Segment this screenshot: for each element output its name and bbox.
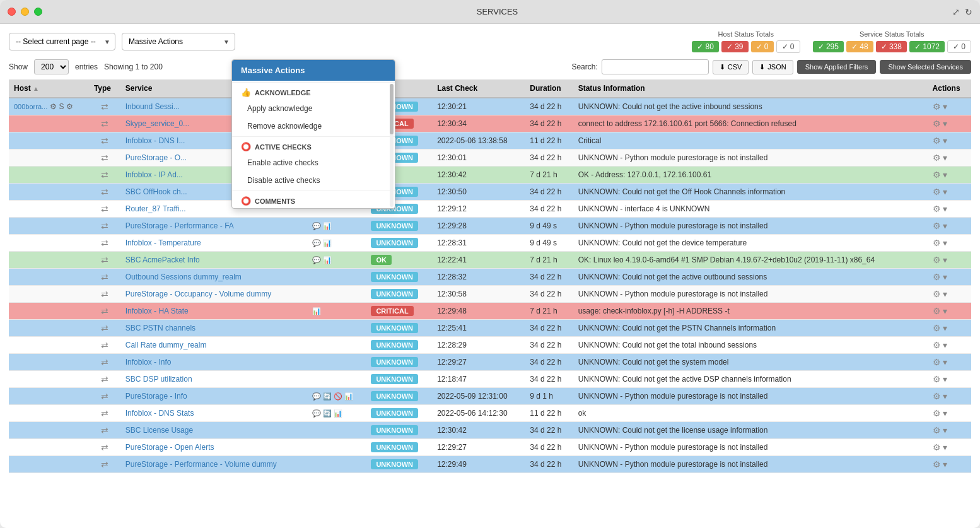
dropdown-scroll-area[interactable]: 👍 ACKNOWLEDGE Apply acknowledge Remove a…: [232, 81, 395, 208]
entries-select[interactable]: 200 50 100 500: [34, 59, 69, 74]
service-link[interactable]: PureStorage - Open Alerts: [125, 443, 214, 452]
massive-actions-arrow-icon: ▼: [223, 38, 230, 45]
service-link[interactable]: PureStorage - Performance - Volume dummy: [125, 460, 277, 469]
type-icon: ⇄: [101, 102, 108, 112]
minimize-button[interactable]: [21, 8, 29, 16]
service-badge-red[interactable]: ✓ 338: [876, 41, 907, 52]
service-cell: Call Rate dummy_realm: [120, 337, 307, 354]
type-icon: ⇄: [101, 136, 108, 146]
host-link[interactable]: 000borra...: [14, 103, 47, 110]
dropdown-item-remove-acknowledge[interactable]: Remove acknowledge: [232, 117, 395, 135]
actions-icon[interactable]: ⚙ ▾: [933, 340, 948, 350]
actions-icon[interactable]: ⚙ ▾: [933, 102, 948, 112]
actions-icon[interactable]: ⚙ ▾: [933, 119, 948, 129]
service-link[interactable]: Infoblox - DNS I...: [125, 136, 185, 145]
service-link[interactable]: Infoblox - HA State: [125, 307, 189, 315]
close-button[interactable]: [8, 8, 16, 16]
service-link[interactable]: Outbound Sessions dummy_realm: [125, 273, 242, 281]
dropdown-item-disable-checks[interactable]: Disable active checks: [232, 172, 395, 189]
search-input[interactable]: [602, 59, 709, 74]
actions-cell: ⚙ ▾: [928, 167, 971, 184]
actions-icon[interactable]: ⚙ ▾: [933, 255, 948, 265]
service-link[interactable]: PureStorage - Occupancy - Volume dummy: [125, 290, 271, 298]
host-cell: [9, 439, 89, 456]
actions-cell: ⚙ ▾: [928, 184, 971, 201]
service-link[interactable]: SBC DSP utilization: [125, 375, 192, 384]
dropdown-scrollbar[interactable]: [390, 84, 394, 207]
selected-services-button[interactable]: Show Selected Services: [880, 60, 971, 74]
last-check-cell: 12:28:31: [432, 235, 525, 252]
massive-actions-button[interactable]: Massive Actions ▼: [122, 33, 235, 50]
maximize-button[interactable]: [34, 8, 42, 16]
actions-icon[interactable]: ⚙ ▾: [933, 408, 948, 418]
refresh-icon[interactable]: ↻: [965, 7, 972, 17]
service-badge-green2[interactable]: ✓ 1072: [909, 41, 945, 52]
table-row: ⇄Infoblox - DNS I...UNKNOWN2022-05-06 13…: [9, 132, 971, 150]
host-name[interactable]: 000borra... ⚙ S ⚙: [14, 102, 84, 111]
duration-cell: 34 d 22 h: [525, 150, 573, 167]
col-host[interactable]: Host ▲: [9, 79, 89, 98]
select-page-dropdown[interactable]: -- Select current page --: [9, 33, 115, 50]
actions-icon[interactable]: ⚙ ▾: [933, 306, 948, 316]
actions-icon[interactable]: ⚙ ▾: [933, 391, 948, 401]
status-info-cell: UNKNOWN - Python module purestorage is n…: [573, 218, 928, 235]
actions-icon[interactable]: ⚙ ▾: [933, 221, 948, 231]
service-link[interactable]: Inbound Sessi...: [125, 102, 180, 111]
status-info-cell: connect to address 172.16.100.61 port 56…: [573, 115, 928, 132]
actions-cell: ⚙ ▾: [928, 320, 971, 337]
col-last-check: Last Check: [432, 79, 525, 98]
actions-icon[interactable]: ⚙ ▾: [933, 357, 948, 367]
service-link[interactable]: Infoblox - Temperature: [125, 238, 201, 247]
applied-filters-button[interactable]: Show Applied Filters: [797, 60, 877, 74]
dropdown-item-enable-checks[interactable]: Enable active checks: [232, 154, 395, 172]
icons-cell: [307, 439, 366, 456]
service-link[interactable]: Infoblox - Info: [125, 358, 172, 367]
table-row: ⇄PureStorage - Occupancy - Volume dummyU…: [9, 286, 971, 303]
service-link[interactable]: Infoblox - IP Ad...: [125, 170, 183, 179]
service-link[interactable]: Call Rate dummy_realm: [125, 341, 207, 349]
actions-icon[interactable]: ⚙ ▾: [933, 374, 948, 384]
last-check-cell: 12:29:27: [432, 354, 525, 371]
service-link[interactable]: Infoblox - DNS Stats: [125, 409, 194, 418]
actions-icon[interactable]: ⚙ ▾: [933, 204, 948, 214]
host-badge-outline[interactable]: ✓ 0: [776, 40, 800, 53]
actions-icon[interactable]: ⚙ ▾: [933, 459, 948, 469]
status-info-cell: UNKNOWN: Could not get the active inboun…: [573, 98, 928, 115]
service-link[interactable]: PureStorage - Performance - FA: [125, 221, 234, 230]
service-link[interactable]: SBC PSTN channels: [125, 324, 195, 332]
actions-icon[interactable]: ⚙ ▾: [933, 425, 948, 435]
service-link[interactable]: PureStorage - O...: [125, 153, 187, 162]
actions-icon[interactable]: ⚙ ▾: [933, 238, 948, 248]
actions-cell: ⚙ ▾: [928, 218, 971, 235]
duration-cell: 34 d 22 h: [525, 337, 573, 354]
actions-cell: ⚙ ▾: [928, 235, 971, 252]
service-link[interactable]: SBC AcmePacket Info: [125, 255, 200, 264]
host-badge-orange[interactable]: ✓ 0: [751, 41, 774, 52]
actions-icon[interactable]: ⚙ ▾: [933, 153, 948, 163]
actions-icon[interactable]: ⚙ ▾: [933, 136, 948, 146]
resize-icon[interactable]: ⤢: [952, 7, 960, 17]
host-badge-red[interactable]: ✓ 39: [721, 41, 749, 52]
type-cell: ⇄: [89, 456, 120, 473]
service-badge-orange[interactable]: ✓ 48: [846, 41, 873, 52]
table-row: ⇄PureStorage - O...UNKNOWN12:30:0134 d 2…: [9, 150, 971, 167]
service-link[interactable]: SBC License Usage: [125, 426, 193, 435]
dropdown-item-apply-acknowledge[interactable]: Apply acknowledge: [232, 100, 395, 117]
actions-icon[interactable]: ⚙ ▾: [933, 442, 948, 452]
json-button[interactable]: ⬇ JSON: [752, 60, 793, 74]
service-badge-green[interactable]: ✓ 295: [813, 41, 844, 52]
service-link[interactable]: Skype_service_0...: [125, 119, 189, 128]
host-cell: [9, 201, 89, 218]
actions-icon[interactable]: ⚙ ▾: [933, 289, 948, 299]
actions-icon[interactable]: ⚙ ▾: [933, 187, 948, 197]
service-link[interactable]: PureStorage - Info: [125, 392, 187, 401]
type-icon: ⇄: [101, 391, 108, 401]
service-link[interactable]: Router_87 Traffi...: [125, 204, 186, 213]
actions-icon[interactable]: ⚙ ▾: [933, 170, 948, 180]
host-badge-green[interactable]: ✓ 80: [692, 41, 719, 52]
service-badge-outline[interactable]: ✓ 0: [947, 40, 971, 53]
service-link[interactable]: SBC OffHook ch...: [125, 187, 187, 196]
actions-icon[interactable]: ⚙ ▾: [933, 323, 948, 333]
csv-button[interactable]: ⬇ CSV: [713, 60, 749, 74]
actions-icon[interactable]: ⚙ ▾: [933, 272, 948, 282]
